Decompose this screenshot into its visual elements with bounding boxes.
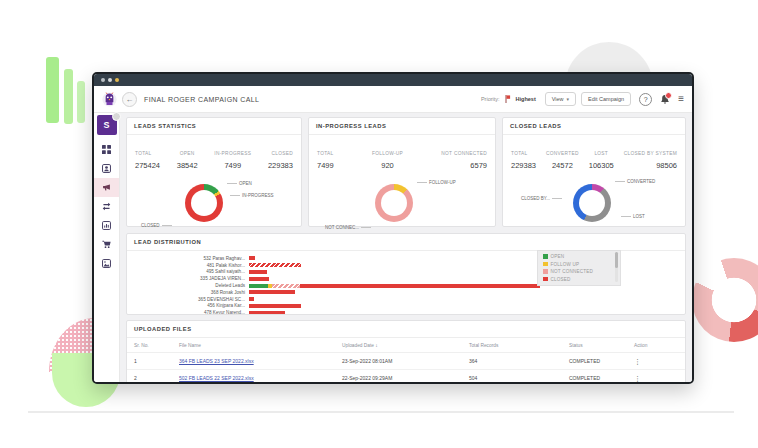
donut-callout: CONVERTED (627, 179, 655, 184)
card-in-progress-leads: IN-PROGRESS LEADS TOTAL7499 FOLLOW-UP920… (308, 117, 496, 227)
stat-value: 98506 (624, 161, 677, 170)
app-header: ← FINAL ROGER CAMPAIGN CALL Priority: Hi… (94, 86, 692, 113)
files-table-body: 1364 FB LEADS 23 SEP 2022.xlsx23-Sep-202… (127, 353, 685, 383)
distribution-bar (249, 290, 295, 294)
view-dropdown-button[interactable]: View ▾ (545, 92, 576, 106)
files-table-header-row: Sr. No. File Name Uploaded Date ↓ Total … (127, 338, 685, 353)
view-dropdown-label: View (552, 96, 564, 102)
file-link[interactable]: 364 FB LEADS 23 SEP 2022.xlsx (179, 358, 254, 364)
col-status: Status (562, 338, 627, 353)
edit-campaign-label: Edit Campaign (588, 96, 624, 102)
stats-row: TOTAL7499 FOLLOW-UP920 NOT CONNECTED6579 (309, 135, 495, 172)
bar-segment-closed (249, 277, 269, 281)
sidebar-item-cart[interactable] (94, 235, 119, 254)
distribution-category-label: 495 Sahil saiyath... (135, 269, 249, 274)
donut-area: OPEN IN-PROGRESS CLOSED (127, 172, 301, 234)
notification-badge (665, 92, 672, 99)
edit-campaign-button[interactable]: Edit Campaign (581, 92, 631, 106)
file-link[interactable]: 502 FB LEADS 22 SEP 2022.xlsx (179, 375, 254, 381)
question-circle-icon[interactable]: ? (639, 93, 652, 106)
window-dot-icon[interactable] (101, 78, 105, 82)
stat-value: 7499 (214, 161, 251, 170)
card-title: LEADS STATISTICS (127, 118, 301, 135)
bar-segment-closed (249, 263, 301, 267)
stat-label: TOTAL (135, 151, 152, 156)
col-uploaded-date[interactable]: Uploaded Date ↓ (335, 338, 462, 353)
cell-action: ⋮ (627, 370, 685, 383)
priority-label: Priority: (481, 96, 500, 102)
bar-segment-open (249, 284, 268, 288)
cell-file-name: 364 FB LEADS 23 SEP 2022.xlsx (172, 353, 335, 370)
file-row: 1364 FB LEADS 23 SEP 2022.xlsx23-Sep-202… (127, 353, 685, 370)
deco-divider-line (28, 411, 734, 413)
distribution-category-label: 478 Keyur Narend... (135, 310, 249, 315)
distribution-category-label: 456 Kinjpara Kar... (135, 303, 249, 308)
legend-scrollbar[interactable] (615, 252, 618, 282)
sidebar-active-letter: S (103, 120, 109, 130)
donut-hole (579, 190, 605, 216)
stat-label: TOTAL (317, 151, 334, 156)
bar-segment-closed (249, 270, 267, 274)
legend-swatch (543, 269, 548, 274)
stat-label: OPEN (180, 151, 195, 156)
dashboard-grid-icon (102, 145, 111, 154)
back-arrow-icon[interactable]: ← (122, 92, 137, 107)
sidebar-item-dashboard-grid[interactable] (94, 140, 119, 159)
stat-label: TOTAL (511, 151, 528, 156)
col-action: Action (627, 338, 685, 353)
kebab-menu-icon[interactable]: ⋮ (634, 358, 641, 365)
card-title: CLOSED LEADS (503, 118, 685, 135)
campaign-megaphone-icon (102, 183, 111, 192)
stat-value: 275424 (135, 161, 160, 170)
sidebar-item-transfer-arrows[interactable] (94, 197, 119, 216)
hamburger-icon[interactable]: ≡ (678, 94, 684, 104)
stat-value: 7499 (317, 161, 334, 170)
cell-action: ⋮ (627, 353, 685, 370)
legend-label: OPEN (551, 254, 565, 259)
sidebar-item-campaign-megaphone[interactable] (94, 178, 119, 197)
cell-uploaded-date: 22-Sep-2022 09:29AM (335, 370, 462, 383)
sidebar-item-reports[interactable] (94, 216, 119, 235)
stat-value: 24572 (546, 161, 579, 170)
sidebar-item-gallery[interactable] (94, 254, 119, 273)
donut-callout: FOLLOW-UP (429, 180, 456, 185)
cell-sr-no: 1 (127, 353, 172, 370)
stat-label: CLOSED BY SYSTEM (624, 151, 677, 156)
contacts-icon (102, 164, 111, 173)
bar-segment-not-connected (272, 284, 300, 288)
legend-label: CLOSED (551, 277, 571, 282)
sidebar-active-tile[interactable]: S (97, 115, 117, 135)
distribution-bar (249, 297, 254, 301)
window-dot-icon[interactable] (115, 78, 119, 82)
distribution-category-label: 365 DEVENSHAI SC... (135, 297, 249, 302)
distribution-bar (249, 256, 255, 260)
sidebar-icon-list (94, 140, 119, 273)
stat-value: 38542 (177, 161, 198, 170)
sidebar-item-contacts[interactable] (94, 159, 119, 178)
app-logo-icon[interactable] (102, 92, 117, 107)
cell-total-records: 364 (462, 353, 562, 370)
cell-uploaded-date: 23-Sep-2022 08:01AM (335, 353, 462, 370)
sort-desc-arrow-icon[interactable]: ↓ (375, 342, 378, 348)
deco-green-bar (46, 57, 59, 123)
stats-row: TOTAL229383 CONVERTED24572 LOST106305 CL… (503, 135, 685, 172)
legend-item: NOT CONNECTED (543, 269, 615, 274)
distribution-category-label: 532 Paras Raghav... (135, 256, 249, 261)
chevron-down-icon: ▾ (567, 96, 570, 102)
card-lead-distribution: LEAD DISTRIBUTION 532 Paras Raghav...481… (126, 233, 686, 315)
distribution-row: 456 Kinjpara Kar... (135, 303, 677, 310)
legend-swatch (543, 262, 548, 267)
distribution-row: 365 DEVENSHAI SC... (135, 296, 677, 303)
in-progress-leads-donut-chart (375, 184, 413, 222)
window-dot-icon[interactable] (108, 78, 112, 82)
donut-hole (191, 190, 217, 216)
legend-label: NOT CONNECTED (551, 269, 594, 274)
legend-item: OPEN (543, 254, 615, 259)
distribution-category-label: 481 Palak Kishor... (135, 263, 249, 268)
kebab-menu-icon[interactable]: ⋮ (634, 375, 641, 382)
legend-swatch (543, 277, 548, 282)
notifications-button[interactable] (660, 94, 670, 105)
card-title: IN-PROGRESS LEADS (309, 118, 495, 135)
donut-area: CONVERTED LOST CLOSED BY... (503, 172, 685, 234)
scrollbar-thumb[interactable] (615, 252, 618, 268)
